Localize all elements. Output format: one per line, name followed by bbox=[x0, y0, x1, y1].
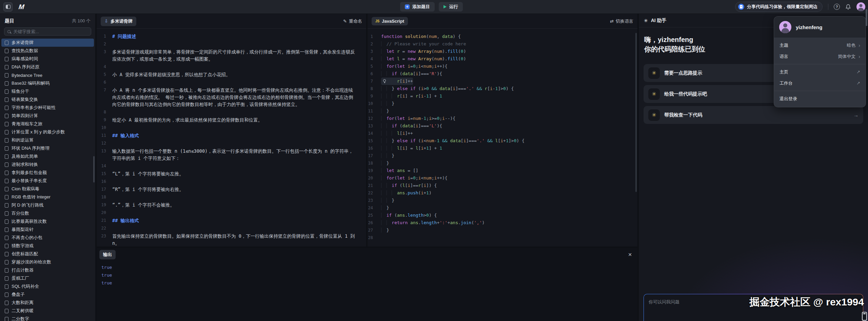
bell-icon[interactable] bbox=[845, 4, 851, 10]
sidebar-item[interactable]: 打点计数器 bbox=[1, 266, 94, 274]
code-line[interactable]: 18 } bbox=[368, 159, 637, 167]
code-line[interactable]: 5 for(let i=0;i<num;i++){ bbox=[368, 63, 637, 70]
sidebar-item[interactable]: 阿 D 的飞行路线 bbox=[1, 201, 94, 209]
close-icon[interactable]: ✕ bbox=[628, 252, 632, 257]
user-avatar[interactable] bbox=[856, 2, 865, 11]
code-line[interactable]: 13 if (data[i]==='L'){ bbox=[368, 122, 637, 130]
code-line[interactable]: 22 ans.push(i+1) bbox=[368, 189, 637, 197]
problem-tab[interactable]: ⇩ 多米诺骨牌 bbox=[101, 17, 136, 26]
code-line[interactable]: 3 let r = new Array(num).fill(0) bbox=[368, 48, 637, 55]
sidebar-scrollbar[interactable] bbox=[93, 156, 95, 183]
app-logo[interactable]: M bbox=[18, 3, 24, 11]
ai-suggestion-card[interactable]: ✳帮我检查一下代码→ bbox=[644, 106, 863, 124]
code-line[interactable]: 6 if (data[i]==='R'){ bbox=[368, 70, 637, 78]
switch-language-button[interactable]: ⇄ 切换语言 bbox=[610, 18, 633, 24]
lightbulb-icon[interactable] bbox=[383, 79, 386, 82]
code-line[interactable]: 20 for(let i=0;i<num;i++){ bbox=[368, 174, 637, 182]
problem-list: 多米诺骨牌查找热点数据病毒感染时间DNA 序列还原Bytedance TreeB… bbox=[0, 39, 95, 321]
search-input[interactable] bbox=[13, 29, 88, 34]
sidebar-item[interactable]: 大数和距离 bbox=[1, 299, 94, 307]
sparkle-icon: ✳ bbox=[652, 91, 656, 97]
code-line[interactable]: 16 l[i] = l[i+1] + 1 bbox=[368, 145, 637, 152]
share-campaign-button[interactable]: 分享代码练习体验，领限量定制周边 bbox=[735, 2, 823, 12]
sidebar-item[interactable]: 猫鱼分干 bbox=[1, 87, 94, 95]
device-widget-icon[interactable] bbox=[862, 312, 867, 321]
code-line[interactable]: 19 let ans = [] bbox=[368, 167, 637, 174]
sidebar-item[interactable]: 猜数字游戏 bbox=[1, 242, 94, 250]
add-problem-button[interactable]: + 添加题目 bbox=[400, 2, 435, 12]
sidebar-item[interactable]: SQL 代码补全 bbox=[1, 282, 94, 291]
sidebar-item[interactable]: 创意标题匹配 bbox=[1, 250, 94, 258]
code-line[interactable]: 28 bbox=[368, 234, 637, 241]
switch-language-label: 切换语言 bbox=[616, 18, 633, 24]
code-line[interactable]: 14 l[i]++ bbox=[368, 130, 637, 137]
code-line[interactable]: 9 r[i] = r[i-1] + 1 bbox=[368, 92, 637, 100]
sidebar-item[interactable]: 病毒感染时间 bbox=[1, 55, 94, 63]
sidebar-item[interactable]: 字符串有多少种可能性 bbox=[1, 104, 94, 112]
code-line[interactable]: 8 } else if (i>0 && data[i]==='.' && r[i… bbox=[368, 85, 637, 92]
sidebar-item[interactable]: 叠盘子 bbox=[1, 291, 94, 299]
code-line[interactable]: 23 } bbox=[368, 197, 637, 204]
sidebar-item[interactable]: 进制求和转换 bbox=[1, 160, 94, 169]
markdown-text: “L”，第 i 个字符将要被向左推。 bbox=[112, 170, 366, 177]
sidebar-item[interactable]: 多米诺骨牌 bbox=[1, 39, 94, 47]
rename-button[interactable]: ✎ 重命名 bbox=[343, 18, 362, 24]
code-line[interactable]: 21 if (l[i]==r[i]) { bbox=[368, 182, 637, 189]
sidebar-item[interactable]: Bytedance Tree bbox=[1, 71, 94, 79]
code-line[interactable]: 7 r[i]++ bbox=[368, 78, 637, 85]
sidebar-item[interactable]: 二分数字 bbox=[1, 315, 94, 321]
ai-card-label: 给我一些代码提示吧 bbox=[664, 91, 707, 97]
code-line[interactable]: 27 } bbox=[368, 227, 637, 234]
code-line[interactable]: 15 } else if (i<num-1 && data[i]==='.' &… bbox=[368, 137, 637, 145]
sidebar-item[interactable]: 最小替换子串长度 bbox=[1, 177, 94, 185]
code-line[interactable]: 25 if (ans.length>0) { bbox=[368, 212, 637, 219]
sidebar-item[interactable]: 青海湖租车之旅 bbox=[1, 120, 94, 128]
sidebar-item[interactable]: Base32 编码和解码 bbox=[1, 79, 94, 87]
output-tab[interactable]: 输出 bbox=[99, 250, 116, 259]
menu-item-主页[interactable]: 主页↗ bbox=[774, 66, 866, 78]
sidebar-item[interactable]: 和的逆运算 bbox=[1, 136, 94, 144]
document-badge-icon bbox=[738, 4, 744, 10]
sidebar-item[interactable]: 环状 DNA 序列整理 bbox=[1, 144, 94, 152]
sidebar-item[interactable]: 查找热点数据 bbox=[1, 47, 94, 55]
menu-item-主题[interactable]: 主题暗色› bbox=[774, 40, 866, 51]
code-line[interactable]: 17 } bbox=[368, 152, 637, 159]
sidebar-item[interactable]: Cion 勒索病毒 bbox=[1, 185, 94, 193]
sidebar-item[interactable]: 穿越沙漠的补给次数 bbox=[1, 258, 94, 266]
sidebar-item[interactable]: 暴雨梨花针 bbox=[1, 226, 94, 234]
code-line[interactable]: 4 let l = new Array(num).fill(0) bbox=[368, 55, 637, 63]
code-line[interactable]: 10 } bbox=[368, 100, 637, 107]
line-number: 15 bbox=[368, 137, 381, 145]
language-tab[interactable]: JS JavaScript bbox=[372, 17, 408, 25]
code-line[interactable]: 1function solution(num, data) { bbox=[368, 33, 637, 40]
help-icon[interactable]: ? bbox=[834, 4, 840, 10]
code-line[interactable]: 2 // Please write your code here bbox=[368, 40, 637, 48]
problem-content[interactable]: 1# 问题描述23多米诺骨牌游戏规则非常简单，将骨牌按一定间距的尺寸排成单行，或… bbox=[97, 29, 366, 247]
code-line[interactable]: 12 for(let i=num-1;i>=0;i--){ bbox=[368, 115, 637, 122]
sidebar-toggle-button[interactable] bbox=[3, 2, 13, 12]
run-button[interactable]: 运行 bbox=[439, 2, 463, 12]
search-box[interactable] bbox=[4, 27, 91, 36]
sidebar-item[interactable]: 二叉树供暖 bbox=[1, 307, 94, 315]
sidebar-item[interactable]: 不再贪心的小包 bbox=[1, 234, 94, 242]
menu-item-语言[interactable]: 语言简体中文› bbox=[774, 51, 866, 62]
sidebar-item[interactable]: 比赛最高获胜次数 bbox=[1, 217, 94, 226]
code-lines[interactable]: 1function solution(num, data) {2 // Plea… bbox=[368, 29, 637, 247]
code-line[interactable]: 26 return ans.length+':'+ans.join(',') bbox=[368, 219, 637, 227]
sidebar-item[interactable]: 蛋糕工厂 bbox=[1, 274, 94, 282]
code-line[interactable]: 24 } bbox=[368, 204, 637, 212]
sidebar-item[interactable]: 及格如此简单 bbox=[1, 152, 94, 160]
sidebar-item[interactable]: 简单四则计算 bbox=[1, 112, 94, 120]
menu-item-退出登录[interactable]: 退出登录 bbox=[774, 93, 866, 104]
page-scrollbar[interactable] bbox=[866, 9, 867, 26]
menu-item-工作台[interactable]: 工作台↗ bbox=[774, 78, 866, 89]
code-line[interactable]: 11 } bbox=[368, 107, 637, 115]
sidebar-item[interactable]: DNA 序列还原 bbox=[1, 63, 94, 71]
chevron-right-icon: › bbox=[859, 43, 860, 48]
editor-scrollbar[interactable] bbox=[635, 33, 637, 192]
sidebar-item[interactable]: RGB 色值转 Integer bbox=[1, 193, 94, 201]
sidebar-item[interactable]: 计算位置 x 到 y 的最少步数 bbox=[1, 128, 94, 136]
sidebar-item[interactable]: 百分位数 bbox=[1, 209, 94, 217]
sidebar-item[interactable]: 拿到最多红包金额 bbox=[1, 169, 94, 177]
sidebar-item[interactable]: 链表聚集交换 bbox=[1, 95, 94, 104]
